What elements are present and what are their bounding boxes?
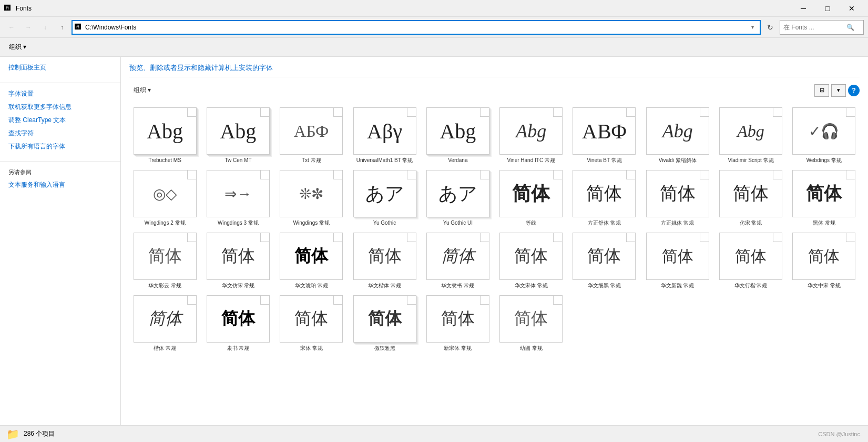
font-name: 隶书 常规 (227, 345, 250, 351)
font-name: 楷体 常规 (154, 345, 176, 351)
sidebar-section-also-see: 另请参阅 文本服务和输入语言 (0, 166, 120, 192)
font-name: Trebuchet MS (148, 157, 181, 164)
font-name: Vivaldi 紧缩斜体 (659, 157, 697, 164)
view-mode-button[interactable]: ⊞ (814, 84, 829, 97)
font-name: 华文行楷 常规 (734, 282, 768, 289)
address-field[interactable]: 🅰 ▾ (72, 20, 761, 35)
font-item[interactable]: ✓🎧Webdings 常规 (789, 105, 860, 166)
font-item[interactable]: 简体方正舒体 常规 (569, 168, 640, 228)
down-button[interactable]: ↓ (38, 20, 53, 35)
font-item[interactable]: 简体华文新魏 常规 (642, 230, 713, 291)
font-item[interactable]: ❊✼Wingdings 常规 (276, 168, 347, 228)
font-item[interactable]: 简体华文楷体 常规 (349, 230, 420, 291)
content-header: 预览、删除或者显示和隐藏计算机上安装的字体 (129, 57, 860, 77)
font-item[interactable]: 简体华文彩云 常规 (129, 230, 200, 291)
refresh-button[interactable]: ↻ (763, 20, 778, 35)
font-item[interactable]: 简体华文中宋 常规 (789, 230, 860, 291)
font-name: Wingdings 3 常规 (218, 219, 259, 226)
font-item[interactable]: AbgVerdana (422, 105, 493, 166)
sidebar-section-main: 控制面板主页 (0, 61, 120, 74)
font-item[interactable]: あアYu Gothic (349, 168, 420, 228)
font-item[interactable]: 简体等线 (496, 168, 567, 228)
sidebar-item-get-more-fonts[interactable]: 联机获取更多字体信息 (0, 101, 120, 114)
font-item[interactable]: 简体隶书 常规 (202, 293, 273, 354)
font-item[interactable]: ΑΒΦVineta BT 常规 (569, 105, 640, 166)
organize-label: 组织 ▾ (134, 86, 151, 95)
font-name: Wingdings 2 常规 (145, 219, 186, 226)
font-item[interactable]: 简体华文琥珀 常规 (276, 230, 347, 291)
back-button[interactable]: ← (4, 20, 19, 35)
font-name: 新宋体 常规 (444, 345, 472, 351)
toolbar: 组织 ▾ (0, 38, 868, 57)
font-name: Wingdings 常规 (293, 219, 330, 226)
font-name: Yu Gothic UI (443, 219, 473, 226)
address-dropdown-button[interactable]: ▾ (747, 21, 758, 34)
font-item[interactable]: АБФTxt 常规 (276, 105, 347, 166)
font-item[interactable]: AbgVivaldi 紧缩斜体 (642, 105, 713, 166)
content-area: 预览、删除或者显示和隐藏计算机上安装的字体 组织 ▾ ⊞ ▾ ? AbgTreb… (121, 57, 868, 425)
font-item[interactable]: 简体仿宋 常规 (715, 168, 786, 228)
content-heading: 预览、删除或者显示和隐藏计算机上安装的字体 (129, 63, 860, 73)
organize-button[interactable]: 组织 ▾ (4, 40, 31, 55)
font-name: 华文宋体 常规 (515, 282, 548, 289)
folder-icon: 🅰 (75, 23, 83, 32)
font-name: Verdana (448, 157, 467, 164)
sidebar-item-text-services[interactable]: 文本服务和输入语言 (0, 178, 120, 192)
font-item[interactable]: あアYu Gothic UI (422, 168, 493, 228)
sidebar-item-cleartype[interactable]: 调整 ClearType 文本 (0, 114, 120, 127)
font-name: 华文楷体 常规 (368, 282, 401, 289)
font-item[interactable]: AβγUniversalMath1 BT 常规 (349, 105, 420, 166)
address-bar: ← → ↓ ↑ 🅰 ▾ ↻ 🔍 (0, 17, 868, 38)
address-input[interactable] (85, 24, 747, 31)
font-item[interactable]: AbgVladimir Script 常规 (715, 105, 786, 166)
font-item[interactable]: AbgTrebuchet MS (129, 105, 200, 166)
font-name: 华文新魏 常规 (661, 282, 694, 289)
font-item[interactable]: 简体幼圆 常规 (496, 293, 567, 354)
font-item[interactable]: ⇒→Wingdings 3 常规 (202, 168, 273, 228)
help-button[interactable]: ? (848, 85, 860, 96)
font-item[interactable]: 简体华文仿宋 常规 (202, 230, 273, 291)
forward-button[interactable]: → (21, 20, 36, 35)
app-icon: 🅰 (4, 4, 13, 13)
status-icon: 📁 (6, 428, 19, 440)
up-button[interactable]: ↑ (55, 20, 69, 35)
status-bar: 📁 286 个项目 CSDN @Justinc. (0, 425, 868, 442)
font-item[interactable]: 简体华文隶书 常规 (422, 230, 493, 291)
view-controls: ⊞ ▾ ? (814, 84, 860, 97)
font-item[interactable]: 简体楷体 常规 (129, 293, 200, 354)
font-name: 等线 (526, 219, 536, 226)
font-item[interactable]: AbgViner Hand ITC 常规 (496, 105, 567, 166)
font-item[interactable]: 简体新宋体 常规 (422, 293, 493, 354)
font-name: 华文琥珀 常规 (295, 282, 328, 289)
maximize-button[interactable]: □ (815, 0, 840, 17)
search-field[interactable]: 🔍 (780, 20, 864, 35)
font-name: Viner Hand ITC 常规 (507, 157, 555, 164)
view-dropdown-button[interactable]: ▾ (831, 84, 846, 97)
font-name: 华文隶书 常规 (441, 282, 474, 289)
sidebar-item-font-settings[interactable]: 字体设置 (0, 87, 120, 101)
font-item[interactable]: ◎◇Wingdings 2 常规 (129, 168, 200, 228)
organize-button-2[interactable]: 组织 ▾ (129, 84, 155, 97)
close-button[interactable]: ✕ (840, 0, 864, 17)
font-item[interactable]: 简体微软雅黑 (349, 293, 420, 354)
font-name: 黑体 常规 (813, 219, 835, 226)
font-item[interactable]: 简体华文细黑 常规 (569, 230, 640, 291)
font-item[interactable]: AbgTw Cen MT (202, 105, 273, 166)
font-item[interactable]: 简体方正姚体 常规 (642, 168, 713, 228)
organize-bar: 组织 ▾ ⊞ ▾ ? (129, 82, 860, 99)
sidebar-item-download-all[interactable]: 下载所有语言的字体 (0, 140, 120, 153)
font-item[interactable]: 简体黑体 常规 (789, 168, 860, 228)
sidebar-section-tasks: 字体设置 联机获取更多字体信息 调整 ClearType 文本 查找字符 下载所… (0, 87, 120, 153)
font-name: Vladimir Script 常规 (728, 157, 773, 164)
font-name: 华文中宋 常规 (808, 282, 841, 289)
font-item[interactable]: 简体华文宋体 常规 (496, 230, 567, 291)
minimize-button[interactable]: ─ (791, 0, 815, 17)
sidebar: 控制面板主页 字体设置 联机获取更多字体信息 调整 ClearType 文本 查… (0, 57, 121, 425)
font-item[interactable]: 简体华文行楷 常规 (715, 230, 786, 291)
sidebar-item-home[interactable]: 控制面板主页 (0, 61, 120, 74)
font-name: 方正姚体 常规 (661, 219, 694, 226)
search-input[interactable] (783, 24, 846, 31)
font-item[interactable]: 简体宋体 常规 (276, 293, 347, 354)
sidebar-item-find-char[interactable]: 查找字符 (0, 127, 120, 140)
also-see-label: 另请参阅 (0, 166, 120, 178)
